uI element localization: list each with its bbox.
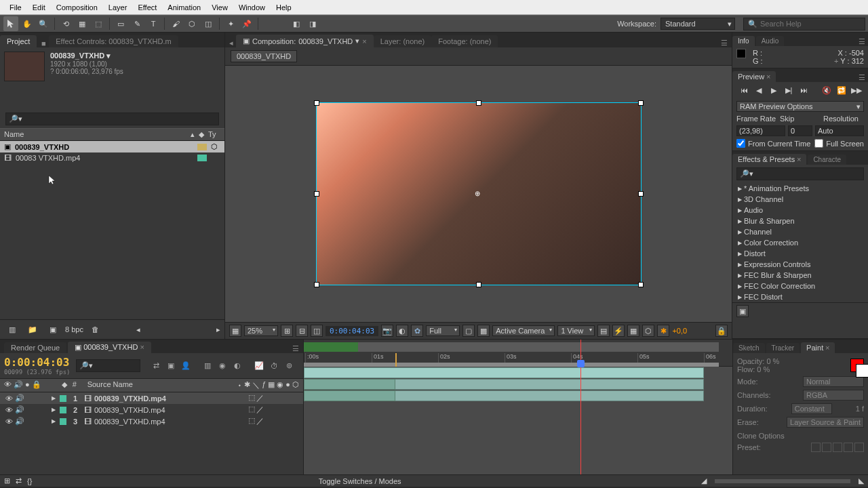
effect-category[interactable]: ▶FEC Blur & Sharpen <box>732 270 868 281</box>
menu-window[interactable]: Window <box>233 2 271 13</box>
mode-select[interactable]: Normal <box>803 376 864 387</box>
layer-row-2[interactable]: 👁🔊 ▶ 2 🎞000839_VTXHD.mp4 ⬚／ <box>0 404 303 415</box>
playhead[interactable] <box>580 340 581 474</box>
current-time-display[interactable]: 0:00:04:03 <box>326 326 378 336</box>
timeline-ruler[interactable]: :00s 01s 02s 03s 04s 05s 06s <box>304 340 732 367</box>
full-screen-checkbox[interactable]: Full Screen <box>814 139 864 148</box>
rect-tool-icon[interactable]: ▭ <box>113 16 128 31</box>
duration-frames[interactable]: 1 f <box>856 405 864 413</box>
effect-category[interactable]: ▶FEC Distort <box>732 291 868 302</box>
audio-tab[interactable]: Audio <box>756 36 785 46</box>
shy-icon[interactable]: 👤 <box>180 360 192 372</box>
menu-file[interactable]: File <box>4 2 27 13</box>
clone-tool-icon[interactable]: ⬡ <box>184 16 199 31</box>
project-item-comp[interactable]: ▣ 000839_VTXHD ⬡ <box>0 141 224 152</box>
project-tab[interactable]: Project <box>0 35 37 47</box>
panel-menu-icon[interactable]: ☰ <box>859 73 865 82</box>
clone-preset-3[interactable] <box>833 443 842 452</box>
clone-preset-4[interactable] <box>844 443 853 452</box>
prev-frame-icon[interactable]: ◀ <box>753 85 765 96</box>
label-col-icon[interactable]: ◆ <box>62 380 67 390</box>
effect-category[interactable]: ▶FEC Color Correction <box>732 281 868 291</box>
play-icon[interactable]: ▶ <box>768 85 780 96</box>
layer-tab[interactable]: Layer: (none) <box>374 35 431 47</box>
mask-icon[interactable]: ◫ <box>311 325 323 337</box>
snapshot-icon[interactable]: 📷 <box>381 325 393 337</box>
ram-preview-options-select[interactable]: RAM Preview Options▾ <box>736 101 864 112</box>
auto-keyframe-icon[interactable]: ⏱ <box>268 360 280 372</box>
preview-tab[interactable]: Preview × <box>732 71 776 82</box>
workspace-select[interactable]: Standard▾ <box>660 18 735 30</box>
layer-row-3[interactable]: 👁🔊 ▶ 3 🎞000839_VTXHD.mp4 ⬚／ <box>0 415 303 427</box>
effect-category[interactable]: ▶Expression Controls <box>732 259 868 270</box>
in-point-marker[interactable] <box>395 353 397 367</box>
misc-tool-a-icon[interactable]: ◧ <box>289 16 304 31</box>
pen-tool-icon[interactable]: ✎ <box>130 16 144 31</box>
solo-col-icon[interactable]: ● <box>25 380 30 390</box>
safe-zones-icon[interactable]: ⊞ <box>281 325 293 337</box>
lock-col-icon[interactable]: 🔒 <box>32 380 41 390</box>
background-swatch[interactable] <box>856 364 868 378</box>
mute-icon[interactable]: 🔇 <box>821 85 833 96</box>
menu-effect[interactable]: Effect <box>132 2 162 13</box>
effect-category[interactable]: ▶3D Channel <box>732 194 868 205</box>
info-tab[interactable]: Info <box>732 36 755 46</box>
timeline-tracks-area[interactable]: :00s 01s 02s 03s 04s 05s 06s <box>304 340 732 474</box>
color-mgmt-icon[interactable]: ✿ <box>411 325 423 337</box>
menu-help[interactable]: Help <box>271 2 297 13</box>
show-channel-icon[interactable]: ◐ <box>396 325 408 337</box>
effects-search[interactable]: 🔎▾ <box>736 167 864 180</box>
flowchart-icon[interactable]: ⬡ <box>211 142 220 151</box>
clone-preset-2[interactable] <box>822 443 831 452</box>
effect-category[interactable]: ▶Channel <box>732 226 868 237</box>
anchor-point-icon[interactable]: ⊕ <box>475 190 480 197</box>
label-column-icon[interactable]: ◆ <box>199 130 208 139</box>
panel-menu-icon[interactable]: ☰ <box>721 39 728 47</box>
transparency-icon[interactable]: ▩ <box>477 325 490 337</box>
frame-blend-icon[interactable]: ▥ <box>201 360 214 372</box>
roi-icon[interactable]: ▢ <box>462 325 475 337</box>
resolution-select[interactable]: Full <box>426 325 460 336</box>
comp-thumbnail[interactable] <box>4 52 45 81</box>
reset-exposure-icon[interactable]: ✱ <box>657 325 669 337</box>
motion-blur-icon[interactable]: ◉ <box>216 360 229 372</box>
tracker-tab[interactable]: Tracker <box>766 343 800 353</box>
composition-tab[interactable]: ▣ Composition: 000839_VTXHD ▾ × <box>236 35 374 47</box>
opacity-value[interactable]: 0 % <box>766 357 779 365</box>
fast-preview-icon[interactable]: ⚡ <box>612 325 625 337</box>
pan-behind-tool-icon[interactable]: ⬚ <box>91 16 106 31</box>
effects-presets-tab[interactable]: Effects & Presets × <box>732 154 806 165</box>
zoom-select[interactable]: 25% <box>244 325 278 336</box>
layer-bar-1[interactable] <box>304 367 704 378</box>
zoom-slider[interactable] <box>715 479 850 483</box>
type-column-header[interactable]: Ty <box>208 130 220 139</box>
comp-subtab[interactable]: 000839_VTXHD <box>231 50 297 62</box>
flow-value[interactable]: 0 % <box>757 365 770 373</box>
interpret-footage-icon[interactable]: ▥ <box>5 322 20 337</box>
new-bin-icon[interactable]: ▣ <box>736 305 749 317</box>
roto-tool-icon[interactable]: ✦ <box>223 16 238 31</box>
shy-switch-icon[interactable]: ⬩ <box>237 380 242 390</box>
timeline-icon[interactable]: ▦ <box>627 325 639 337</box>
composition-viewer[interactable]: ⊕ <box>225 66 732 322</box>
expand-icon[interactable]: ⊞ <box>4 476 10 485</box>
menu-layer[interactable]: Layer <box>103 2 133 13</box>
toggle-switches-icon[interactable]: ⇄ <box>16 476 22 485</box>
menu-edit[interactable]: Edit <box>27 2 51 13</box>
timeline-search[interactable]: 🔎▾ <box>76 359 140 372</box>
name-column-header[interactable]: Name <box>4 130 191 139</box>
erase-select[interactable]: Layer Source & Paint <box>787 417 864 428</box>
ram-preview-icon[interactable]: ▶▶ <box>850 85 863 96</box>
timeline-comp-tab[interactable]: ▣ 000839_VTXHD × <box>68 342 151 353</box>
footage-tab[interactable]: Footage: (none) <box>431 35 498 47</box>
rotation-tool-icon[interactable]: ⟲ <box>58 16 73 31</box>
mag-icon[interactable]: ▦ <box>229 325 241 337</box>
timeline-timecode[interactable]: 0:00:04:03 <box>4 356 71 369</box>
bpc-label[interactable]: 8 bpc <box>65 325 83 333</box>
paint-tab[interactable]: Paint × <box>801 342 835 353</box>
last-frame-icon[interactable]: ⏭ <box>797 85 810 96</box>
search-help-field[interactable]: 🔍 <box>743 18 865 30</box>
clone-preset-1[interactable] <box>811 443 821 452</box>
camera-tool-icon[interactable]: ▦ <box>75 16 90 31</box>
lock-icon[interactable]: 🔒 <box>715 325 728 337</box>
